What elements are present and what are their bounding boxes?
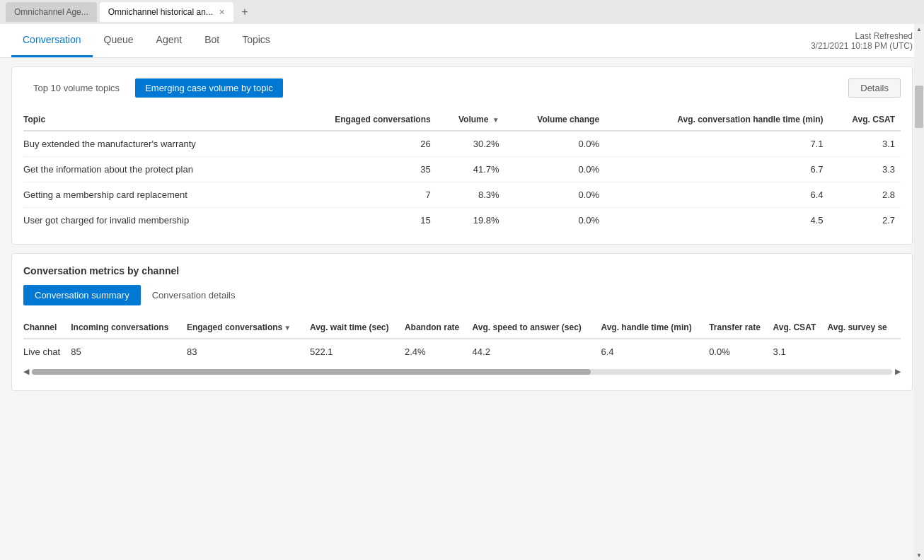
browser-tab-1-label: Omnichannel Age...: [14, 7, 88, 17]
metrics-col-header-8: Avg. CSAT: [773, 317, 828, 339]
metrics-cell-9: [828, 339, 901, 364]
sort-icon: ▼: [492, 116, 499, 124]
col-header-engaged: Engaged conversations: [287, 109, 437, 131]
browser-tabs: Omnichannel Age... Omnichannel historica…: [0, 0, 924, 24]
page-wrapper: Omnichannel Age... Omnichannel historica…: [0, 0, 924, 560]
col-header-topic: Topic: [23, 109, 287, 131]
nav-tab-queue[interactable]: Queue: [93, 24, 145, 57]
table-row: Getting a membership card replacement 7 …: [23, 182, 901, 208]
add-tab-button[interactable]: +: [236, 4, 253, 21]
engaged-cell: 26: [287, 131, 437, 157]
topic-cell: Getting a membership card replacement: [23, 182, 287, 208]
topics-section: Top 10 volume topics Emerging case volum…: [11, 66, 913, 245]
metrics-col-header-7: Transfer rate: [709, 317, 773, 339]
volume-change-cell: 0.0%: [505, 208, 605, 233]
volume-cell: 30.2%: [437, 131, 505, 157]
volume-change-cell: 0.0%: [505, 182, 605, 208]
topic-cell: Buy extended the manufacturer's warranty: [23, 131, 287, 157]
metrics-col-header-4: Abandon rate: [405, 317, 473, 339]
avg-handle-cell: 4.5: [605, 208, 828, 233]
metrics-col-header-9: Avg. survey se: [828, 317, 901, 339]
main-content: Top 10 volume topics Emerging case volum…: [0, 58, 924, 560]
metrics-col-header-5: Avg. speed to answer (sec): [473, 317, 601, 339]
metrics-table-container: ChannelIncoming conversationsEngaged con…: [23, 317, 901, 364]
nav-tabs: Conversation Queue Agent Bot Topics: [11, 24, 282, 57]
col-header-volume[interactable]: Volume ▼: [437, 109, 505, 131]
volume-cell: 8.3%: [437, 182, 505, 208]
topics-header: Top 10 volume topics Emerging case volum…: [23, 78, 901, 98]
metrics-section-title: Conversation metrics by channel: [23, 265, 901, 276]
metrics-section: Conversation metrics by channel Conversa…: [11, 253, 913, 391]
avg-handle-cell: 6.7: [605, 157, 828, 182]
metrics-col-header-2[interactable]: Engaged conversations ▼: [187, 317, 310, 339]
table-row: User got charged for invalid membership …: [23, 208, 901, 233]
avg-csat-cell: 3.3: [829, 157, 901, 182]
scroll-left-arrow[interactable]: ◀: [23, 367, 29, 376]
scroll-right-arrow[interactable]: ▶: [895, 367, 901, 376]
scrollbar-track[interactable]: [32, 369, 892, 375]
vertical-scrollbar: ▲ ▼: [914, 24, 924, 560]
metrics-col-header-0: Channel: [23, 317, 71, 339]
topics-tab-emerging[interactable]: Emerging case volume by topic: [135, 78, 283, 98]
sort-icon: ▼: [284, 324, 291, 332]
avg-csat-cell: 2.8: [829, 182, 901, 208]
avg-handle-cell: 6.4: [605, 182, 828, 208]
col-header-volume-change: Volume change: [505, 109, 605, 131]
metrics-cell-5: 44.2: [473, 339, 601, 364]
metrics-col-header-1: Incoming conversations: [71, 317, 187, 339]
metrics-col-header-3: Avg. wait time (sec): [310, 317, 405, 339]
scrollbar-thumb: [32, 369, 591, 375]
vscroll-track[interactable]: [914, 34, 924, 550]
vscroll-thumb: [915, 86, 923, 128]
avg-handle-cell: 7.1: [605, 131, 828, 157]
metrics-cell-6: 6.4: [601, 339, 709, 364]
volume-change-cell: 0.0%: [505, 131, 605, 157]
details-button[interactable]: Details: [848, 78, 901, 98]
topics-table: Topic Engaged conversations Volume ▼ Vol…: [23, 109, 901, 233]
vscroll-up-arrow[interactable]: ▲: [914, 24, 924, 34]
browser-tab-1[interactable]: Omnichannel Age...: [6, 2, 97, 22]
topics-table-container: Topic Engaged conversations Volume ▼ Vol…: [23, 109, 901, 233]
volume-cell: 41.7%: [437, 157, 505, 182]
topics-tabs: Top 10 volume topics Emerging case volum…: [23, 78, 283, 98]
metrics-cell-2: 83: [187, 339, 310, 364]
vscroll-down-arrow[interactable]: ▼: [914, 550, 924, 560]
topics-tab-top10[interactable]: Top 10 volume topics: [23, 78, 129, 98]
avg-csat-cell: 3.1: [829, 131, 901, 157]
nav-tab-bot[interactable]: Bot: [193, 24, 231, 57]
app-header: Conversation Queue Agent Bot Topics Last…: [0, 24, 924, 58]
metrics-table: ChannelIncoming conversationsEngaged con…: [23, 317, 901, 364]
metrics-cell-1: 85: [71, 339, 187, 364]
last-refreshed: Last Refreshed 3/21/2021 10:18 PM (UTC): [811, 31, 913, 51]
sub-tab-summary[interactable]: Conversation summary: [23, 285, 141, 305]
engaged-cell: 15: [287, 208, 437, 233]
topic-cell: Get the information about the protect pl…: [23, 157, 287, 182]
nav-tab-agent[interactable]: Agent: [145, 24, 194, 57]
nav-tab-topics[interactable]: Topics: [231, 24, 282, 57]
metrics-col-header-6: Avg. handle time (min): [601, 317, 709, 339]
engaged-cell: 35: [287, 157, 437, 182]
metrics-cell-4: 2.4%: [405, 339, 473, 364]
browser-tab-2-label: Omnichannel historical an...: [108, 7, 213, 17]
browser-tab-2[interactable]: Omnichannel historical an... ✕: [100, 2, 233, 22]
nav-tab-conversation[interactable]: Conversation: [11, 24, 93, 57]
volume-change-cell: 0.0%: [505, 157, 605, 182]
metrics-cell-8: 3.1: [773, 339, 828, 364]
sub-tabs: Conversation summary Conversation detail…: [23, 285, 901, 305]
col-header-avg-csat: Avg. CSAT: [829, 109, 901, 131]
metrics-table-row: Live chat8583522.12.4%44.26.40.0%3.1: [23, 339, 901, 364]
sub-tab-details[interactable]: Conversation details: [141, 285, 247, 305]
metrics-cell-0: Live chat: [23, 339, 71, 364]
horizontal-scrollbar[interactable]: ◀ ▶: [23, 364, 901, 379]
avg-csat-cell: 2.7: [829, 208, 901, 233]
volume-cell: 19.8%: [437, 208, 505, 233]
engaged-cell: 7: [287, 182, 437, 208]
topic-cell: User got charged for invalid membership: [23, 208, 287, 233]
close-icon[interactable]: ✕: [219, 8, 225, 17]
metrics-cell-3: 522.1: [310, 339, 405, 364]
table-row: Get the information about the protect pl…: [23, 157, 901, 182]
col-header-avg-handle: Avg. conversation handle time (min): [605, 109, 828, 131]
table-row: Buy extended the manufacturer's warranty…: [23, 131, 901, 157]
metrics-cell-7: 0.0%: [709, 339, 773, 364]
